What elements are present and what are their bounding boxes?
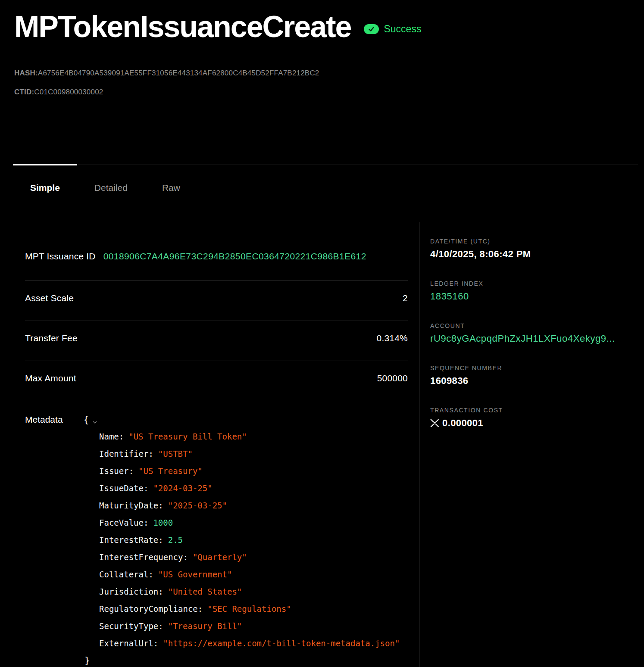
mpt-issuance-id-label: MPT Issuance ID	[25, 251, 96, 262]
success-check-icon	[364, 24, 379, 34]
ledger-index-value[interactable]: 1835160	[430, 291, 635, 302]
header: MPTokenIssuanceCreate Success	[0, 0, 644, 43]
sidebar-item-ledger-index: LEDGER INDEX 1835160	[430, 280, 635, 302]
ctid-label: CTID:	[14, 88, 34, 96]
metadata-entry: FaceValue:1000	[99, 514, 408, 531]
datetime-label: DATE/TIME (UTC)	[430, 238, 635, 245]
metadata-entry: IssueDate:"2024-03-25"	[99, 480, 408, 497]
metadata-close-brace: }	[84, 652, 408, 667]
tab-simple[interactable]: Simple	[13, 165, 77, 193]
metadata-entry: Collateral:"US Government"	[99, 566, 408, 583]
metadata-entry: Name:"US Treasury Bill Token"	[99, 428, 408, 445]
max-amount-label: Max Amount	[25, 373, 76, 383]
row-max-amount: Max Amount 500000	[25, 361, 408, 401]
hash-label: HASH:	[14, 69, 38, 77]
main-content: MPT Issuance ID 0018906C7A4A96E73C294B28…	[0, 222, 644, 667]
metadata-entry: SecurityType:"Treasury Bill"	[99, 617, 408, 635]
transaction-cost-label: TRANSACTION COST	[430, 407, 635, 414]
tab-bar: Simple Detailed Raw	[13, 165, 638, 193]
sidebar-item-sequence-number: SEQUENCE NUMBER 1609836	[430, 365, 635, 386]
metadata-open-brace: {	[84, 415, 89, 425]
ledger-index-label: LEDGER INDEX	[430, 280, 635, 287]
hash-value: A6756E4B04790A539091AE55FF31056E443134AF…	[38, 69, 319, 77]
metadata-entry: InterestFrequency:"Quarterly"	[99, 549, 408, 566]
sidebar-item-datetime: DATE/TIME (UTC) 4/10/2025, 8:06:42 PM	[430, 238, 635, 260]
transfer-fee-label: Transfer Fee	[25, 333, 78, 343]
chevron-down-icon[interactable]	[92, 419, 98, 425]
metadata-json: Name:"US Treasury Bill Token" Identifier…	[99, 428, 408, 652]
sidebar-item-transaction-cost: TRANSACTION COST 0.000001	[430, 407, 635, 429]
row-asset-scale: Asset Scale 2	[25, 281, 408, 321]
metadata-entry: Identifier:"USTBT"	[99, 445, 408, 462]
metadata-label: Metadata	[25, 415, 63, 425]
ctid-value: C01C009800030002	[34, 88, 103, 96]
tab-detailed[interactable]: Detailed	[77, 165, 145, 193]
metadata-entry: MaturityDate:"2025-03-25"	[99, 497, 408, 514]
status-text: Success	[384, 23, 421, 35]
ctid-row: CTID:C01C009800030002	[14, 88, 630, 97]
row-mpt-issuance-id: MPT Issuance ID 0018906C7A4A96E73C294B28…	[25, 222, 408, 281]
row-transfer-fee: Transfer Fee 0.314%	[25, 321, 408, 361]
row-metadata: Metadata { Name:"US Treasury Bill Token"…	[25, 401, 408, 667]
metadata-entry: Issuer:"US Treasury"	[99, 462, 408, 480]
metadata-entry: Jurisdiction:"United States"	[99, 583, 408, 600]
transaction-sidebar: DATE/TIME (UTC) 4/10/2025, 8:06:42 PM LE…	[419, 222, 644, 667]
account-value[interactable]: rU9c8yGAcpqdPhZxJH1LXFuo4Xekyg9...	[430, 333, 635, 344]
xrp-icon	[430, 419, 439, 427]
transaction-details: MPT Issuance ID 0018906C7A4A96E73C294B28…	[25, 222, 408, 667]
metadata-entry: InterestRate:2.5	[99, 531, 408, 549]
hash-row: HASH:A6756E4B04790A539091AE55FF31056E443…	[14, 69, 630, 78]
transaction-cost-value: 0.000001	[442, 418, 483, 429]
asset-scale-value: 2	[403, 293, 408, 303]
tab-raw[interactable]: Raw	[145, 165, 197, 193]
page-title: MPTokenIssuanceCreate	[14, 11, 351, 43]
metadata-entry: RegulatoryCompliance:"SEC Regulations"	[99, 600, 408, 617]
sequence-number-label: SEQUENCE NUMBER	[430, 365, 635, 371]
sidebar-item-account: ACCOUNT rU9c8yGAcpqdPhZxJH1LXFuo4Xekyg9.…	[430, 322, 635, 344]
transfer-fee-value: 0.314%	[377, 333, 408, 343]
sequence-number-value: 1609836	[430, 375, 635, 386]
metadata-entry: ExternalUrl:"https://example.com/t-bill-…	[99, 635, 408, 652]
datetime-value: 4/10/2025, 8:06:42 PM	[430, 249, 635, 260]
asset-scale-label: Asset Scale	[25, 293, 74, 303]
account-label: ACCOUNT	[430, 322, 635, 329]
status-badge: Success	[364, 23, 421, 35]
mpt-issuance-id-value[interactable]: 0018906C7A4A96E73C294B2850EC0364720221C9…	[103, 251, 366, 262]
max-amount-value: 500000	[377, 373, 408, 383]
